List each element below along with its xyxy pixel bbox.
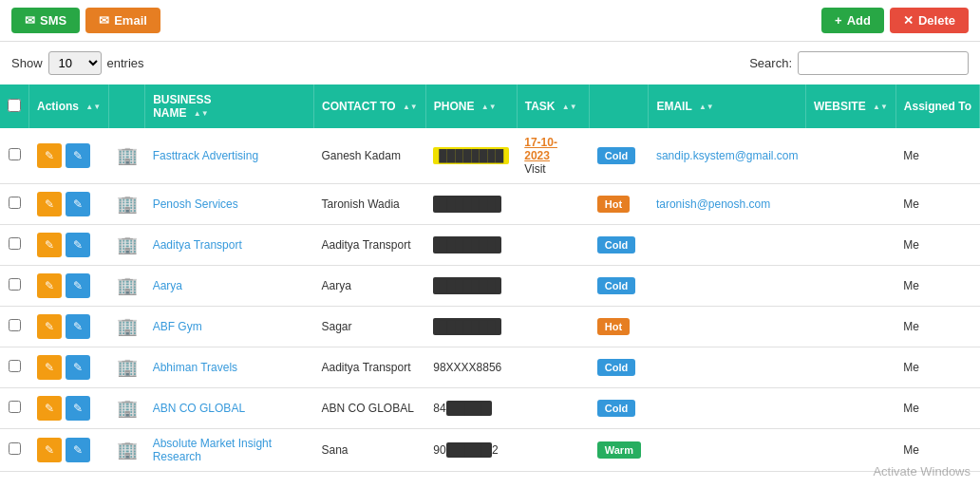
add-button[interactable]: + Add	[821, 8, 884, 33]
task-type: Visit	[524, 162, 582, 176]
contact-to-cell: ABN CO GLOBAL	[314, 388, 426, 429]
task-cell	[517, 225, 590, 266]
search-label: Search:	[749, 56, 792, 70]
business-name-link[interactable]: Abhiman Travels	[153, 361, 237, 374]
action-icons: ✎ ✎	[37, 192, 102, 216]
top-bar: ✉ SMS ✉ Email + Add ✕ Delete	[0, 0, 980, 42]
edit-icon-btn[interactable]: ✎	[37, 396, 62, 421]
view-icon-btn[interactable]: ✎	[66, 233, 90, 257]
edit-icon-btn[interactable]: ✎	[37, 233, 62, 257]
email-cell	[649, 266, 806, 307]
delete-button[interactable]: ✕ Delete	[890, 8, 969, 33]
add-label: Add	[847, 13, 871, 28]
edit-icon-btn[interactable]: ✎	[37, 273, 62, 298]
edit-icon-btn[interactable]: ✎	[37, 192, 62, 216]
email-col-header: EMAIL ▲▼	[649, 84, 806, 128]
task-cell: 17-10-2023Visit	[517, 128, 590, 184]
view-icon-btn[interactable]: ✎	[66, 438, 90, 462]
task-cell	[517, 266, 590, 307]
business-name-link[interactable]: Fasttrack Advertising	[153, 149, 258, 162]
business-name-sort: ▲▼	[194, 110, 209, 118]
top-bar-left: ✉ SMS ✉ Email	[11, 8, 160, 33]
delete-label: Delete	[918, 13, 955, 28]
table-controls-left: Show 10 25 50 100 entries	[11, 51, 144, 75]
phone-cell: ███████	[425, 266, 517, 307]
view-icon-btn[interactable]: ✎	[66, 355, 90, 380]
edit-icon-btn[interactable]: ✎	[37, 143, 62, 168]
badge-cell: Cold	[590, 128, 649, 184]
view-icon-btn[interactable]: ✎	[66, 273, 90, 298]
row-checkbox[interactable]	[9, 442, 21, 455]
add-icon: +	[835, 13, 842, 28]
table-row: ✎ ✎ 🏢AaryaAarya███████ColdMe	[0, 266, 980, 307]
business-name-link[interactable]: ABF Gym	[153, 320, 202, 333]
row-checkbox[interactable]	[9, 197, 21, 209]
sms-button[interactable]: ✉ SMS	[11, 8, 80, 33]
entries-label: entries	[107, 56, 144, 70]
website-cell	[806, 307, 896, 347]
badge-cell: Cold	[590, 266, 649, 307]
email-link[interactable]: taronish@penosh.com	[656, 197, 770, 211]
badge-cell: Cold	[590, 388, 649, 429]
view-icon-btn[interactable]: ✎	[66, 314, 90, 339]
row-checkbox[interactable]	[9, 237, 21, 250]
actions-cell: ✎ ✎	[29, 307, 109, 347]
building-icon-cell: 🏢	[109, 307, 145, 347]
phone-cell: 84█████	[425, 388, 517, 429]
business-name-link[interactable]: ABN CO GLOBAL	[153, 402, 245, 415]
delete-icon: ✕	[903, 13, 914, 28]
show-label: Show	[11, 56, 43, 70]
email-button[interactable]: ✉ Email	[85, 8, 160, 33]
select-all-checkbox[interactable]	[8, 99, 21, 112]
status-badge: Cold	[597, 147, 635, 164]
email-cell	[649, 388, 806, 429]
business-name-link[interactable]: Aarya	[153, 279, 182, 292]
website-cell	[806, 429, 896, 472]
business-name-cell: ABF Gym	[145, 307, 314, 347]
phone-cell: 90█████2	[425, 429, 517, 472]
row-checkbox[interactable]	[9, 401, 21, 413]
row-checkbox[interactable]	[9, 148, 21, 160]
business-name-link[interactable]: Aaditya Transport	[153, 238, 242, 252]
sms-icon: ✉	[25, 13, 35, 28]
row-checkbox[interactable]	[9, 319, 21, 331]
phone-value: ████████	[433, 147, 509, 164]
table-row: ✎ ✎ 🏢Aaditya TransportAaditya Transport█…	[0, 225, 980, 266]
row-checkbox-cell	[0, 347, 29, 388]
business-name-link[interactable]: Penosh Services	[153, 197, 238, 211]
phone-value: 98XXXX8856	[425, 347, 517, 388]
assigned-to-cell: Me	[895, 347, 979, 388]
email-cell	[649, 307, 806, 347]
status-badge: Hot	[597, 196, 630, 213]
email-link[interactable]: sandip.ksystem@gmail.com	[656, 149, 799, 162]
action-icons: ✎ ✎	[37, 355, 102, 380]
business-name-link[interactable]: Absolute Market Insight Research	[153, 437, 272, 463]
view-icon-btn[interactable]: ✎	[66, 192, 90, 216]
row-checkbox-cell	[0, 388, 29, 429]
email-cell: taronish@penosh.com	[649, 184, 806, 225]
view-icon-btn[interactable]: ✎	[66, 143, 90, 168]
actions-col-header: Actions ▲▼	[29, 84, 109, 128]
row-checkbox[interactable]	[9, 360, 21, 372]
website-sort: ▲▼	[873, 103, 888, 111]
email-cell: sandip.ksystem@gmail.com	[649, 128, 806, 184]
row-checkbox-cell	[0, 225, 29, 266]
row-checkbox[interactable]	[9, 278, 21, 291]
task-cell	[517, 307, 590, 347]
view-icon-btn[interactable]: ✎	[66, 396, 90, 421]
edit-icon-btn[interactable]: ✎	[37, 438, 62, 462]
task-cell	[517, 347, 590, 388]
search-input[interactable]	[798, 51, 969, 75]
website-cell	[806, 128, 896, 184]
top-bar-right: + Add ✕ Delete	[821, 8, 969, 33]
building-icon-cell: 🏢	[109, 429, 145, 472]
edit-icon-btn[interactable]: ✎	[37, 314, 62, 339]
contact-to-cell: Taronish Wadia	[314, 184, 426, 225]
task-badge-col-header	[590, 84, 649, 128]
task-cell	[517, 388, 590, 429]
assigned-to-cell: Me	[895, 429, 979, 472]
edit-icon-btn[interactable]: ✎	[37, 355, 62, 380]
phone-col-header: PHONE ▲▼	[425, 84, 517, 128]
assigned-to-cell: Me	[895, 266, 979, 307]
entries-select[interactable]: 10 25 50 100	[48, 51, 102, 75]
